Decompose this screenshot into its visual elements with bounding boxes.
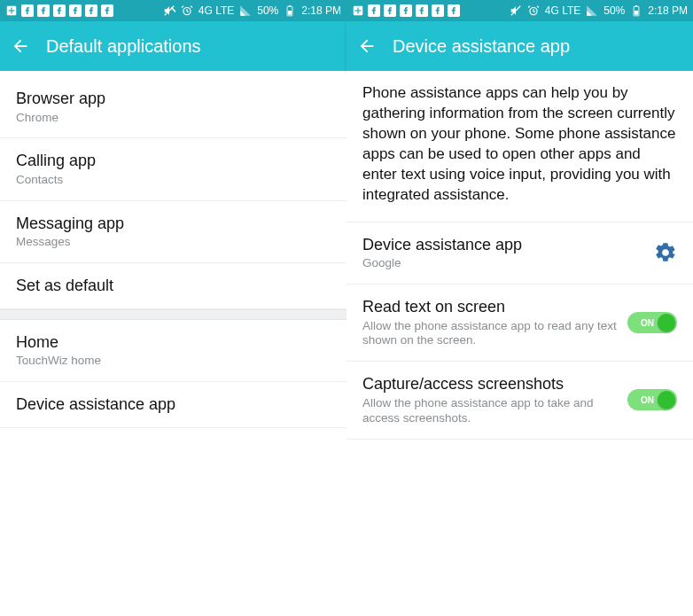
row-device-assistance-app[interactable]: Device assistance app Google xyxy=(346,222,693,285)
toggle-capture-screenshots[interactable]: ON xyxy=(627,389,677,410)
facebook-icon xyxy=(21,4,34,17)
facebook-icon xyxy=(368,4,380,17)
svg-rect-26 xyxy=(635,5,637,6)
plus-icon xyxy=(352,4,364,17)
alarm-icon xyxy=(527,4,540,17)
row-sub: Allow the phone assistance app to take a… xyxy=(362,396,617,426)
back-icon[interactable] xyxy=(11,36,30,56)
app-bar: Default applications xyxy=(0,21,346,71)
row-capture-screenshots[interactable]: Capture/access screenshots Allow the pho… xyxy=(346,362,693,439)
facebook-icon xyxy=(85,4,97,17)
row-title: Browser app xyxy=(16,89,331,109)
facebook-icon xyxy=(37,4,50,17)
row-sub: Messages xyxy=(16,235,331,250)
facebook-icon xyxy=(69,4,82,17)
row-title: Home xyxy=(16,332,331,353)
battery-icon xyxy=(284,4,296,17)
facebook-icon xyxy=(53,4,66,17)
row-sub: Allow the phone assistance app to read a… xyxy=(362,319,617,349)
plus-icon xyxy=(5,4,18,17)
svg-rect-27 xyxy=(635,11,638,15)
row-browser-app[interactable]: Browser app Chrome xyxy=(0,76,346,138)
row-title: Device assistance app xyxy=(16,394,331,415)
svg-rect-13 xyxy=(288,11,292,15)
facebook-icon xyxy=(101,4,113,17)
content: Browser app Chrome Calling app Contacts … xyxy=(0,71,346,616)
network-label: 4G LTE xyxy=(199,4,234,17)
facebook-icon xyxy=(432,4,444,17)
row-sub: TouchWiz home xyxy=(16,354,331,369)
status-bar: 4G LTE 50% 2:18 PM xyxy=(346,0,693,21)
description-text: Phone assistance apps can help you by ga… xyxy=(362,83,677,206)
row-set-as-default[interactable]: Set as default xyxy=(0,263,346,309)
svg-rect-2 xyxy=(9,10,15,11)
signal-icon xyxy=(239,4,252,17)
alarm-icon xyxy=(181,4,193,17)
page-title: Default applications xyxy=(46,36,201,57)
row-messaging-app[interactable]: Messaging app Messages xyxy=(0,201,346,263)
app-bar: Device assistance app xyxy=(346,21,693,71)
mute-icon xyxy=(163,4,175,17)
toggle-label: ON xyxy=(641,318,654,328)
row-calling-app[interactable]: Calling app Contacts xyxy=(0,138,346,200)
row-device-assistance-app[interactable]: Device assistance app xyxy=(0,382,346,428)
facebook-icon xyxy=(448,4,460,17)
toggle-label: ON xyxy=(641,395,654,405)
row-title: Set as default xyxy=(16,276,331,296)
row-read-text[interactable]: Read text on screen Allow the phone assi… xyxy=(346,285,693,362)
row-title: Calling app xyxy=(16,151,331,171)
row-title: Messaging app xyxy=(16,214,331,234)
signal-icon xyxy=(586,4,598,17)
status-bar: 4G LTE 50% 2:18 PM xyxy=(0,0,346,21)
battery-icon xyxy=(630,4,642,17)
toggle-read-text[interactable]: ON xyxy=(627,312,677,333)
row-title: Read text on screen xyxy=(362,297,617,317)
row-title: Capture/access screenshots xyxy=(362,374,617,394)
mute-icon xyxy=(510,4,522,17)
row-sub: Contacts xyxy=(16,173,331,188)
screen-default-applications: 4G LTE 50% 2:18 PM Default applications … xyxy=(0,0,346,616)
back-icon[interactable] xyxy=(357,36,377,56)
facebook-icon xyxy=(416,4,428,17)
facebook-icon xyxy=(384,4,396,17)
clock: 2:18 PM xyxy=(301,4,341,17)
page-title: Device assistance app xyxy=(393,36,570,57)
description-block: Phone assistance apps can help you by ga… xyxy=(346,71,693,222)
clock: 2:18 PM xyxy=(648,4,688,17)
row-title: Device assistance app xyxy=(362,235,643,255)
network-label: 4G LTE xyxy=(545,4,580,17)
row-sub: Google xyxy=(362,256,643,271)
svg-rect-16 xyxy=(355,10,362,11)
battery-pct: 50% xyxy=(257,4,278,17)
row-home[interactable]: Home TouchWiz home xyxy=(0,320,346,382)
content: Phone assistance apps can help you by ga… xyxy=(346,71,693,616)
gear-icon[interactable] xyxy=(654,241,677,264)
svg-rect-12 xyxy=(289,5,291,6)
section-divider xyxy=(0,309,346,320)
screen-device-assistance: 4G LTE 50% 2:18 PM Device assistance app… xyxy=(346,0,693,616)
facebook-icon xyxy=(400,4,412,17)
battery-pct: 50% xyxy=(603,4,625,17)
row-sub: Chrome xyxy=(16,111,331,126)
